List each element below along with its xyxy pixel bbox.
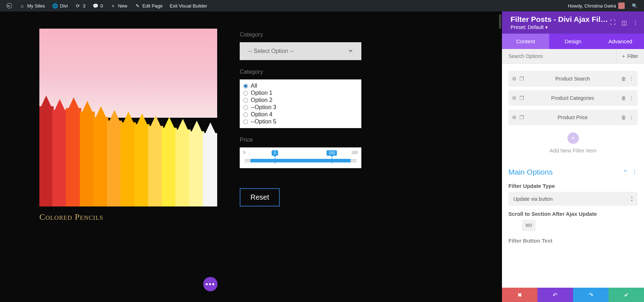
slider-track[interactable]: 5 100: [245, 159, 356, 162]
category-select[interactable]: -- Select Option --: [240, 42, 361, 60]
tab-advanced[interactable]: Advanced: [597, 34, 644, 49]
chevron-up-icon: ⌃: [623, 169, 628, 176]
adminbar-search[interactable]: 🔍: [628, 0, 641, 11]
divi-site[interactable]: 🌐Divi: [49, 0, 72, 11]
more-icon[interactable]: ⋮: [633, 19, 638, 26]
filter-update-select[interactable]: Update via button ▴▾: [508, 192, 638, 206]
cancel-button[interactable]: ✖: [502, 288, 537, 302]
tab-content[interactable]: Content: [502, 34, 549, 49]
filter-item-search[interactable]: ⚙❐ Product Search 🗑⋮: [508, 71, 638, 87]
edit-page[interactable]: ✎Edit Page: [131, 0, 166, 11]
wordpress-icon: [6, 3, 12, 9]
radio-option1[interactable]: Option 1: [243, 89, 358, 97]
radio-option5[interactable]: --Option 5: [243, 118, 358, 125]
comments[interactable]: 💬0: [89, 0, 107, 11]
main-options-header[interactable]: Main Options ⌃⋮: [508, 168, 638, 176]
slider-low-handle[interactable]: [275, 158, 275, 164]
panel-header: Filter Posts - Divi Ajax Filter... Prese…: [502, 11, 644, 34]
product-title[interactable]: Colored Pencils: [39, 212, 218, 222]
add-filter: + Add New Filter Item: [508, 132, 638, 154]
filter-button[interactable]: +Filter: [616, 49, 644, 63]
gear-icon[interactable]: ⚙: [512, 115, 517, 120]
radio-input-all[interactable]: [243, 84, 248, 88]
module-fab[interactable]: •••: [203, 277, 218, 291]
chevron-down-icon: [348, 50, 353, 52]
pencil-icon: ✎: [135, 3, 140, 9]
radio-option4[interactable]: Option 4: [243, 111, 358, 118]
my-sites[interactable]: ⌂My Sites: [16, 0, 49, 11]
slider-high-handle[interactable]: [332, 158, 332, 164]
slider-fill: [250, 159, 351, 162]
tab-design[interactable]: Design: [549, 34, 596, 49]
new-content[interactable]: +New: [107, 0, 131, 11]
sort-icon: ▴▾: [631, 195, 633, 202]
duplicate-icon[interactable]: ❐: [519, 95, 524, 101]
panel-title: Filter Posts - Divi Ajax Filter...: [511, 15, 610, 24]
filter-button-text-label: Filter Button Text: [508, 238, 638, 244]
undo-button[interactable]: ↶: [537, 288, 573, 302]
search-row: +Filter: [502, 49, 644, 64]
trash-icon[interactable]: 🗑: [621, 95, 626, 101]
filter-item-categories[interactable]: ⚙❐ Product Categories 🗑⋮: [508, 90, 638, 106]
radio-option3[interactable]: --Option 3: [243, 104, 358, 111]
wp-logo[interactable]: [3, 0, 16, 11]
comment-icon: 💬: [93, 3, 98, 9]
slider-low-tooltip: 5: [272, 150, 278, 156]
add-filter-button[interactable]: +: [567, 132, 579, 144]
more-icon[interactable]: ⋮: [632, 169, 638, 176]
radio-input-1[interactable]: [243, 91, 248, 96]
product-image: [39, 29, 217, 206]
save-button[interactable]: ✔: [609, 288, 644, 302]
sites-icon: ⌂: [19, 3, 25, 9]
canvas-scrollbar[interactable]: [499, 14, 501, 29]
gear-icon[interactable]: ⚙: [512, 76, 517, 82]
preview-canvas: Colored Pencils Category -- Select Optio…: [0, 11, 502, 302]
category-radio-group: All Option 1 Option 2 --Option 3 Option …: [240, 79, 361, 128]
price-slider[interactable]: 5 100 5 100: [240, 147, 361, 168]
category-label-2: Category: [240, 69, 361, 75]
gear-icon[interactable]: ⚙: [512, 95, 517, 101]
updates[interactable]: ⟳3: [72, 0, 89, 11]
radio-input-3[interactable]: [243, 105, 248, 110]
radio-input-4[interactable]: [243, 112, 248, 117]
trash-icon[interactable]: 🗑: [621, 115, 626, 120]
globe-icon: 🌐: [52, 3, 58, 9]
settings-panel: Filter Posts - Divi Ajax Filter... Prese…: [502, 11, 644, 302]
more-icon[interactable]: ⋮: [629, 115, 634, 120]
filter-update-label: Filter Update Type: [508, 183, 638, 189]
duplicate-icon[interactable]: ❐: [519, 115, 524, 120]
close-icon: ✖: [517, 292, 522, 298]
radio-input-2[interactable]: [243, 98, 248, 103]
dock-icon[interactable]: ◫: [621, 19, 627, 26]
filter-item-price[interactable]: ⚙❐ Product Price 🗑⋮: [508, 109, 638, 125]
panel-preset[interactable]: Preset: Default▾: [511, 24, 610, 30]
refresh-icon: ⟳: [75, 3, 81, 9]
undo-icon: ↶: [553, 292, 557, 298]
plus-icon: +: [622, 53, 625, 59]
radio-input-5[interactable]: [243, 120, 248, 124]
price-label: Price: [240, 137, 361, 143]
radio-option2[interactable]: Option 2: [243, 97, 358, 104]
howdy-user[interactable]: Howdy, Christina Gwira: [564, 0, 628, 11]
redo-button[interactable]: ↷: [573, 288, 609, 302]
category-label-1: Category: [240, 31, 361, 38]
panel-body: ⚙❐ Product Search 🗑⋮ ⚙❐ Product Categori…: [502, 64, 644, 288]
check-icon: ✔: [624, 292, 629, 298]
search-options-input[interactable]: [502, 49, 616, 63]
scroll-toggle[interactable]: NO: [508, 220, 536, 231]
exit-visual-builder[interactable]: Exit Visual Builder: [166, 0, 211, 11]
radio-all[interactable]: All: [243, 82, 358, 89]
reset-button[interactable]: Reset: [240, 188, 280, 206]
expand-icon[interactable]: ⛶: [610, 19, 616, 26]
toggle-handle: [508, 220, 522, 231]
slider-min: 5: [243, 150, 245, 155]
more-icon[interactable]: ⋮: [629, 95, 634, 101]
slider-max: 100: [351, 150, 358, 155]
search-icon: 🔍: [632, 3, 638, 9]
trash-icon[interactable]: 🗑: [621, 76, 626, 82]
slider-high-tooltip: 100: [327, 150, 337, 156]
duplicate-icon[interactable]: ❐: [519, 76, 524, 82]
chevron-down-icon: ▾: [545, 24, 548, 30]
add-filter-label: Add New Filter Item: [508, 147, 638, 154]
more-icon[interactable]: ⋮: [629, 76, 634, 82]
